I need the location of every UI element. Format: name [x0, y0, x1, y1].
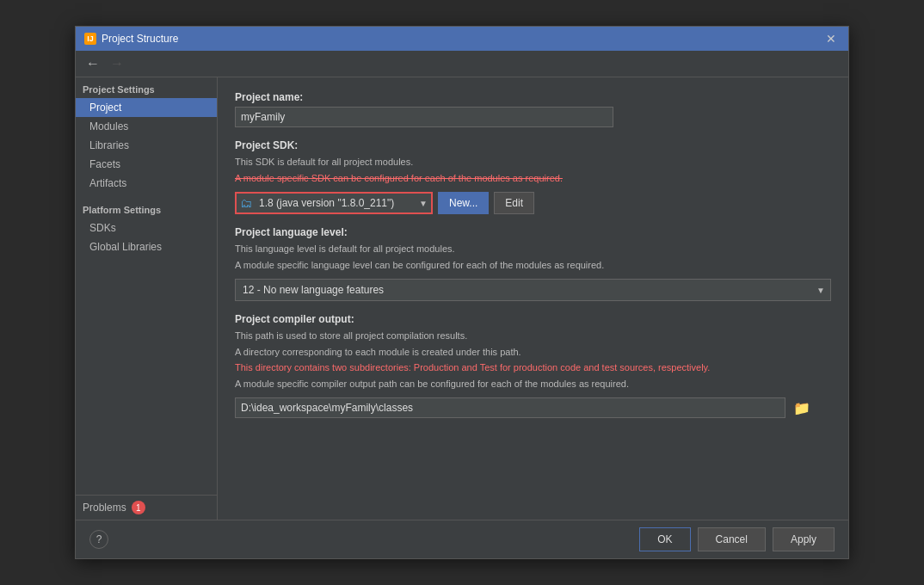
project-settings-label: Project Settings	[76, 77, 217, 98]
new-sdk-button[interactable]: New...	[438, 192, 489, 214]
sidebar-item-global-libraries[interactable]: Global Libraries	[76, 237, 217, 256]
output-path-row: 📁	[235, 397, 831, 418]
sidebar-item-problems[interactable]: Problems 1	[76, 495, 217, 520]
sidebar-item-facets[interactable]: Facets	[76, 155, 217, 174]
title-bar: IJ Project Structure ✕	[76, 27, 848, 51]
dialog-title: Project Structure	[102, 33, 178, 45]
help-button[interactable]: ?	[89, 530, 108, 549]
browse-folder-button[interactable]: 📁	[789, 398, 815, 418]
problems-badge: 1	[132, 501, 145, 514]
dialog-footer: ? OK Cancel Apply	[76, 520, 848, 558]
sidebar-item-project[interactable]: Project	[76, 98, 217, 117]
sidebar-item-sdks[interactable]: SDKs	[76, 219, 217, 237]
main-content: Project name: Project SDK: This SDK is d…	[218, 77, 848, 520]
sdk-chevron-icon: ▼	[416, 199, 431, 208]
project-sdk-label: Project SDK:	[235, 139, 831, 151]
sdk-info-line2: A module specific SDK can be configured …	[235, 171, 831, 186]
project-compiler-label: Project compiler output:	[235, 313, 831, 325]
forward-button[interactable]: →	[107, 54, 127, 73]
edit-sdk-button[interactable]: Edit	[494, 192, 534, 214]
sdk-select-wrapper: 🗂 1.8 (java version "1.8.0_211") ▼	[235, 192, 433, 214]
lang-dropdown[interactable]: 12 - No new language features 11 - Local…	[236, 282, 811, 298]
back-button[interactable]: ←	[83, 54, 103, 73]
lang-info-line1: This language level is default for all p…	[235, 242, 831, 256]
project-name-label: Project name:	[235, 91, 831, 103]
sidebar-item-modules[interactable]: Modules	[76, 117, 217, 136]
sidebar: Project Settings Project Modules Librari…	[76, 77, 218, 520]
cancel-button[interactable]: Cancel	[698, 527, 766, 551]
close-button[interactable]: ✕	[822, 30, 840, 47]
project-structure-dialog: IJ Project Structure ✕ ← → Project Setti…	[75, 26, 849, 559]
compiler-info-line1: This path is used to store all project c…	[235, 329, 831, 343]
lang-info-line2: A module specific language level can be …	[235, 258, 831, 273]
lang-chevron-icon: ▼	[811, 286, 830, 295]
dialog-body: Project Settings Project Modules Librari…	[76, 77, 848, 520]
compiler-info-line4: A module specific compiler output path c…	[235, 377, 831, 391]
app-icon: IJ	[84, 33, 96, 45]
sdk-row: 🗂 1.8 (java version "1.8.0_211") ▼ New..…	[235, 192, 831, 214]
compiler-info-line3: This directory contains two subdirectori…	[235, 360, 831, 375]
compiler-output-input[interactable]	[235, 397, 785, 418]
ok-button[interactable]: OK	[639, 527, 690, 551]
title-bar-left: IJ Project Structure	[84, 33, 178, 45]
compiler-info-line2: A directory corresponding to each module…	[235, 345, 831, 360]
platform-settings-label: Platform Settings	[76, 198, 217, 219]
project-name-input[interactable]	[235, 107, 613, 127]
project-language-label: Project language level:	[235, 226, 831, 238]
sidebar-bottom: Problems 1	[76, 256, 217, 520]
sidebar-item-libraries[interactable]: Libraries	[76, 136, 217, 155]
sdk-info-line1: This SDK is default for all project modu…	[235, 155, 831, 169]
sidebar-item-artifacts[interactable]: Artifacts	[76, 174, 217, 193]
sdk-dropdown[interactable]: 1.8 (java version "1.8.0_211")	[256, 195, 416, 211]
toolbar: ← →	[76, 51, 848, 77]
apply-button[interactable]: Apply	[773, 527, 835, 551]
sdk-folder-icon: 🗂	[237, 196, 256, 210]
lang-select-wrapper: 12 - No new language features 11 - Local…	[235, 279, 831, 301]
problems-label: Problems	[83, 502, 126, 514]
